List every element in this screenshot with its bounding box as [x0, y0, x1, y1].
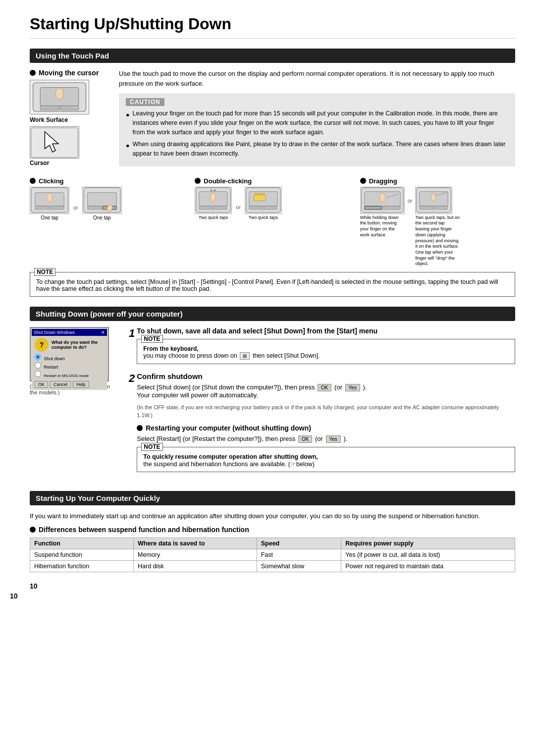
- step2-content: Confirm shutdown Select [Shut down] (or …: [137, 372, 515, 477]
- dialog-question: What do you want the computer to do?: [52, 340, 104, 350]
- dialog-option-msdos[interactable]: Restart in MS-DOS mode: [35, 371, 104, 378]
- restart-yes-btn: Yes: [326, 435, 341, 443]
- step1-note-content: From the keyboard, you may choose to pre…: [143, 345, 509, 360]
- svg-text:✦✦: ✦✦: [210, 188, 217, 193]
- dialog-option-restart[interactable]: Restart: [35, 362, 104, 370]
- note-label: NOTE: [34, 268, 55, 276]
- svg-rect-37: [364, 206, 381, 210]
- bullet-icon-click: [30, 178, 36, 184]
- dragging-title: Dragging: [360, 177, 515, 185]
- or-label-1: or: [73, 204, 78, 220]
- or-label-3: or: [408, 187, 413, 267]
- caution-item-2: ● When using drawing applications like P…: [126, 140, 508, 159]
- moving-cursor-title: Moving the cursor: [30, 69, 109, 77]
- moving-cursor-left: Moving the cursor Work Surface: [30, 69, 109, 170]
- drag-image-1: [360, 187, 405, 214]
- svg-rect-15: [88, 193, 117, 206]
- dialog-titlebar: Shut Down Windows ✕: [32, 329, 107, 336]
- page-title: Starting Up/Shutting Down: [30, 15, 515, 39]
- svg-point-5: [55, 88, 63, 100]
- bullet-icon-drag: [360, 178, 366, 184]
- cell-hibernate-function: Hibernation function: [30, 561, 134, 572]
- double-clicking-title: Double-clicking: [195, 177, 350, 185]
- dialog-ok-btn[interactable]: OK: [35, 381, 48, 388]
- caution-bullet-dot-2: ●: [126, 141, 130, 159]
- svg-point-46: [431, 194, 436, 202]
- page-number-bottom: 10: [30, 582, 515, 590]
- one-tap-label-1: One tap: [41, 215, 58, 220]
- svg-rect-33: [254, 195, 266, 201]
- svg-point-39: [379, 193, 385, 202]
- click-image-1: [30, 187, 69, 214]
- touch-pad-section: Using the Touch Pad Moving the cursor: [30, 49, 515, 297]
- clicking-title: Clicking: [30, 177, 185, 185]
- svg-rect-23: [199, 206, 212, 210]
- touch-pad-note: NOTE To change the touch pad settings, s…: [30, 272, 515, 297]
- col-function: Function: [30, 538, 134, 549]
- caution-item-1: ● Leaving your finger on the touch pad f…: [126, 109, 508, 137]
- drag-image-2: [415, 187, 452, 214]
- col-speed: Speed: [257, 538, 341, 549]
- windows-key: ⊞: [240, 352, 250, 360]
- dialog-cancel-btn[interactable]: Cancel: [50, 381, 71, 388]
- svg-rect-30: [249, 206, 262, 210]
- interaction-row: Clicking: [30, 177, 515, 267]
- dialog-option-shutdown[interactable]: Shut down: [35, 354, 104, 361]
- starting-up-intro: If you want to immediately start up and …: [30, 511, 515, 521]
- dialog-buttons-row: OK Cancel Help: [35, 381, 104, 388]
- differences-table: Function Where data is saved to Speed Re…: [30, 538, 515, 572]
- cell-hibernate-where: Hard disk: [134, 561, 257, 572]
- clicking-images: One tap or: [30, 187, 185, 220]
- col-where-saved: Where data is saved to: [134, 538, 257, 549]
- col-power: Requires power supply: [341, 538, 515, 549]
- shutdown-dialog-image: Shut Down Windows ✕ ? What do you want t…: [30, 327, 109, 381]
- caution-box: CAUTION ● Leaving your finger on the tou…: [119, 93, 515, 166]
- restart-note: NOTE To quickly resume computer operatio…: [137, 447, 515, 472]
- step2-number: 2: [129, 372, 135, 385]
- cell-suspend-function: Suspend function: [30, 549, 134, 561]
- step1-row: 1 To shut down, save all data and select…: [129, 327, 515, 368]
- svg-rect-17: [88, 206, 101, 210]
- svg-rect-11: [35, 206, 49, 210]
- note-content: To change the touch pad settings, select…: [36, 278, 509, 292]
- cell-suspend-speed: Fast: [257, 549, 341, 561]
- cell-suspend-power: Yes (if power is cut, all data is lost): [341, 549, 515, 561]
- svg-rect-3: [40, 106, 58, 110]
- cursor-image: [30, 126, 79, 159]
- step1-note-label: NOTE: [141, 335, 162, 343]
- two-quick-taps-label-1: Two quick taps: [199, 215, 228, 220]
- step1-number: 1: [129, 327, 135, 340]
- restart-section: Restarting your computer (without shutti…: [137, 424, 515, 472]
- shutting-down-section: Shutting Down (power off your computer) …: [30, 307, 515, 481]
- svg-rect-38: [383, 206, 400, 210]
- shutdown-right: 1 To shut down, save all data and select…: [129, 327, 515, 481]
- step1-title: To shut down, save all data and select […: [137, 327, 515, 335]
- dialog-help-btn[interactable]: Help: [73, 381, 89, 388]
- step1-content: To shut down, save all data and select […: [137, 327, 515, 368]
- dbl-click-image-1: ✦✦: [195, 187, 232, 214]
- table-body: Suspend function Memory Fast Yes (if pow…: [30, 549, 515, 572]
- drag-left: While holding down the button, moving yo…: [360, 187, 405, 267]
- differences-title: Differences between suspend function and…: [30, 526, 515, 534]
- dialog-icon: ?: [35, 338, 49, 352]
- caution-label: CAUTION: [126, 98, 164, 106]
- bullet-icon-restart: [137, 425, 143, 431]
- bullet-icon: [30, 70, 36, 76]
- svg-point-13: [47, 193, 53, 202]
- bullet-icon-diff: [30, 527, 36, 533]
- svg-rect-45: [434, 206, 447, 210]
- ok-button-inline: OK: [318, 384, 331, 391]
- double-click-images: ✦✦ Two quick taps or: [195, 187, 350, 220]
- moving-cursor-row: Moving the cursor Work Surface: [30, 69, 515, 170]
- page-number: 10: [10, 592, 18, 600]
- restart-ok-btn: OK: [298, 435, 312, 443]
- svg-point-25: [211, 193, 216, 202]
- moving-cursor-right: Use the touch pad to move the cursor on …: [119, 69, 515, 170]
- table-row: Hibernation function Hard disk Somewhat …: [30, 561, 515, 572]
- step2-title: Confirm shutdown: [137, 372, 515, 380]
- starting-up-section: Starting Up Your Computer Quickly If you…: [30, 491, 515, 573]
- restart-note-label: NOTE: [141, 443, 162, 451]
- shutdown-left: Shut Down Windows ✕ ? What do you want t…: [30, 327, 119, 481]
- starting-up-header: Starting Up Your Computer Quickly: [30, 491, 515, 505]
- restart-title: Restarting your computer (without shutti…: [137, 424, 515, 432]
